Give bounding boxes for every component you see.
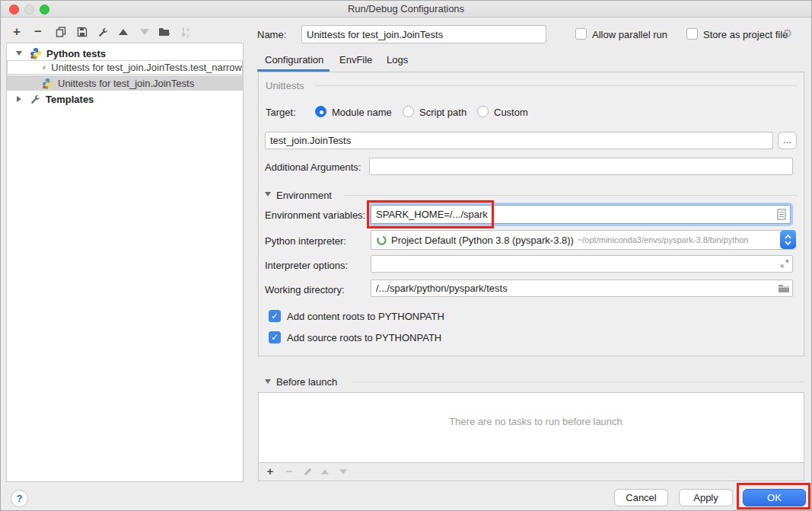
python-test-icon — [42, 78, 53, 89]
before-launch-collapse-icon[interactable] — [265, 379, 271, 384]
conda-env-icon — [376, 235, 387, 246]
cancel-button[interactable]: Cancel — [614, 489, 668, 506]
tree-item-label: Unittests for test_join.JoinTests — [58, 78, 194, 89]
interpreter-value: Project Default (Python 3.8 (pyspark-3.8… — [391, 235, 574, 246]
name-label: Name: — [257, 29, 286, 40]
tree-item-label: Unittests for test_join.JoinTests.test_n… — [51, 62, 242, 73]
store-settings-gear-icon[interactable]: ⚙ — [782, 27, 792, 40]
env-vars-browse-icon[interactable] — [777, 209, 786, 222]
tree-row-python-tests[interactable]: Python tests — [7, 46, 243, 61]
group-divider — [314, 85, 797, 86]
add-content-roots-checkbox[interactable]: ✓ — [269, 310, 281, 322]
tree-item-label: Python tests — [46, 48, 106, 59]
chevron-right-icon[interactable] — [17, 96, 21, 102]
folder-icon[interactable] — [778, 283, 790, 295]
tree-row-unittest-selected[interactable]: Unittests for test_join.JoinTests — [7, 75, 243, 91]
browse-target-button[interactable]: ... — [778, 132, 797, 149]
target-label: Target: — [266, 107, 296, 118]
remove-task-button[interactable]: − — [282, 465, 296, 478]
python-interpreter-select[interactable]: Project Default (Python 3.8 (pyspark-3.8… — [371, 230, 796, 250]
before-launch-task-list[interactable]: There are no tasks to run before launch — [258, 392, 804, 463]
target-input[interactable] — [265, 132, 773, 149]
environment-divider — [343, 195, 797, 196]
store-as-project-file-checkbox[interactable] — [686, 28, 698, 40]
tab-logs[interactable]: Logs — [387, 54, 408, 65]
tree-item-label: Templates — [46, 94, 94, 105]
allow-parallel-run-checkbox[interactable] — [575, 28, 587, 40]
copy-configuration-icon[interactable] — [54, 25, 68, 39]
tab-configuration[interactable]: Configuration — [265, 54, 323, 65]
python-test-icon — [43, 62, 46, 73]
new-folder-icon[interactable] — [158, 25, 171, 39]
additional-arguments-input[interactable] — [369, 158, 793, 175]
expand-field-icon[interactable] — [779, 258, 790, 271]
templates-wrench-icon — [30, 94, 41, 105]
additional-arguments-label: Additional Arguments: — [265, 161, 361, 173]
task-move-up-icon[interactable] — [318, 465, 332, 478]
run-debug-configurations-dialog: Run/Debug Configurations + − az Python t… — [0, 0, 812, 511]
radio-module-name-label: Module name — [332, 107, 392, 118]
environment-variables-label: Environment variables: — [265, 209, 365, 221]
store-as-project-file-label: Store as project file — [703, 29, 788, 40]
allow-parallel-run-label: Allow parallel run — [592, 29, 667, 40]
radio-custom[interactable] — [477, 106, 489, 117]
working-directory-label: Working directory: — [265, 284, 345, 295]
python-interpreter-label: Python interpreter: — [265, 235, 346, 247]
move-up-icon[interactable] — [116, 25, 130, 39]
environment-collapse-icon[interactable] — [265, 192, 271, 196]
before-launch-divider — [352, 382, 804, 382]
svg-text:a: a — [186, 27, 189, 32]
tree-row-unittest-narrow[interactable]: Unittests for test_join.JoinTests.test_n… — [7, 60, 243, 75]
working-directory-input[interactable] — [371, 279, 793, 297]
chevron-up-down-icon — [784, 233, 792, 247]
tab-envfile[interactable]: EnvFile — [339, 54, 372, 65]
unittests-group-label: Unittests — [266, 80, 304, 91]
apply-button[interactable]: Apply — [679, 489, 733, 506]
interpreter-dropdown-stepper[interactable] — [780, 230, 796, 249]
configurations-tree: Python tests Unittests for test_join.Joi… — [6, 43, 244, 482]
environment-section-label: Environment — [276, 190, 332, 201]
save-configuration-icon[interactable] — [75, 25, 89, 39]
radio-script-path-label: Script path — [419, 107, 467, 118]
task-move-down-icon[interactable] — [336, 465, 350, 478]
svg-text:z: z — [186, 33, 189, 38]
before-launch-toolbar: + − — [258, 463, 804, 481]
radio-module-name[interactable] — [315, 106, 326, 117]
help-button[interactable]: ? — [11, 490, 28, 507]
name-input[interactable] — [301, 25, 546, 43]
interpreter-path: ~/opt/miniconda3/envs/pyspark-3.8/bin/py… — [578, 235, 749, 244]
remove-configuration-button[interactable]: − — [31, 25, 45, 39]
interpreter-options-input[interactable] — [371, 255, 793, 273]
edit-task-pencil-icon[interactable] — [301, 465, 314, 478]
title-bar: Run/Debug Configurations — [1, 1, 811, 18]
add-source-roots-checkbox[interactable]: ✓ — [269, 331, 281, 343]
edit-templates-wrench-icon[interactable] — [96, 25, 110, 39]
interpreter-options-label: Interpreter options: — [265, 260, 348, 271]
add-content-roots-label: Add content roots to PYTHONPATH — [287, 311, 444, 322]
add-configuration-button[interactable]: + — [10, 25, 24, 39]
add-task-button[interactable]: + — [263, 465, 277, 478]
move-down-icon[interactable] — [138, 25, 151, 39]
window-title: Run/Debug Configurations — [1, 3, 811, 14]
radio-script-path[interactable] — [403, 106, 414, 117]
python-tests-icon — [30, 47, 42, 59]
before-launch-label: Before launch — [276, 376, 337, 388]
sort-alphabetically-icon[interactable]: az — [179, 25, 193, 39]
radio-custom-label: Custom — [494, 107, 528, 118]
add-source-roots-label: Add source roots to PYTHONPATH — [287, 332, 441, 343]
tree-row-templates[interactable]: Templates — [7, 91, 243, 107]
chevron-down-icon[interactable] — [16, 51, 22, 56]
annotation-box-ok-button — [737, 483, 810, 509]
empty-tasks-message: There are no tasks to run before launch — [263, 416, 808, 427]
annotation-box-env-vars — [367, 200, 494, 228]
